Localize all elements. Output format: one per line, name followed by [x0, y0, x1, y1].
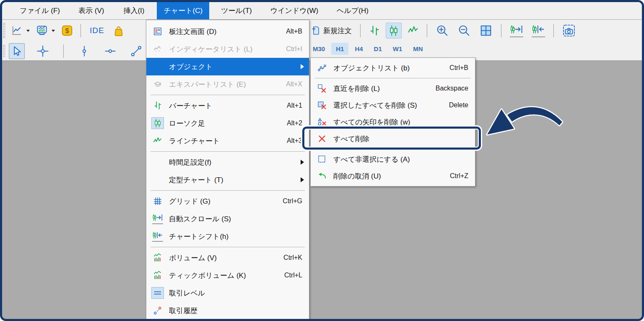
- menubar-item-view[interactable]: 表示 (V): [72, 2, 111, 19]
- menu-item-templates[interactable]: 定型チャート (T): [146, 171, 309, 189]
- menu-item-timeframes[interactable]: 時間足設定(f): [146, 153, 309, 171]
- menubar-item-window[interactable]: ウインドウ(W): [264, 2, 325, 19]
- menu-item-label: ローソク足: [166, 119, 287, 128]
- line-chart-frame-icon: [11, 25, 23, 36]
- new-order-button[interactable]: 新規注文: [308, 24, 354, 37]
- volume-icon: [153, 253, 162, 262]
- toolbar-grip[interactable]: [3, 23, 5, 38]
- menu-item-bar-chart[interactable]: バーチャート Alt+1: [146, 97, 309, 114]
- menubar-item-insert[interactable]: 挿入(I): [116, 2, 152, 19]
- camera-icon: [562, 24, 576, 37]
- bar-chart-button[interactable]: [366, 23, 382, 39]
- crosshair-icon: [36, 45, 49, 57]
- cursor-icon: [11, 45, 23, 57]
- undo-delete-icon: [317, 171, 327, 181]
- fund-transfer-button[interactable]: $: [59, 23, 75, 39]
- objects-submenu: オブジェクトリスト (b) Ctrl+B 直近を削除 (L) Backspace…: [310, 57, 475, 186]
- menu-item-dom[interactable]: 板注文画面 (D) Alt+B: [146, 23, 309, 40]
- screenshot-button[interactable]: [560, 23, 578, 39]
- auto-scroll-button[interactable]: [507, 23, 526, 39]
- menu-item-label: 自動スクロール (S): [166, 214, 302, 224]
- timeframe-mn[interactable]: MN: [408, 43, 427, 55]
- submenu-item-delete-selected[interactable]: 選択したすべてを削除 (S) Delete: [311, 97, 475, 114]
- shopping-bag-icon: [112, 24, 125, 37]
- menu-separator: [151, 95, 305, 95]
- candlestick-icon: [153, 119, 162, 128]
- timeframe-m30[interactable]: M30: [308, 43, 330, 55]
- submenu-item-delete-arrows[interactable]: すべての矢印を削除 (w): [311, 114, 475, 130]
- timeframe-w1[interactable]: W1: [388, 43, 407, 55]
- dom-icon: [153, 27, 162, 36]
- delete-arrows-icon: [317, 117, 327, 127]
- chart-shift-button[interactable]: [529, 23, 548, 39]
- vertical-line-tool-button[interactable]: [76, 43, 92, 59]
- menu-item-expert-list[interactable]: エキスパートリスト (E) Alt+X: [146, 75, 309, 93]
- menu-separator: [151, 190, 305, 191]
- menubar-item-tools[interactable]: ツール(T): [214, 2, 259, 19]
- trade-history-icon: [153, 306, 162, 315]
- zoom-in-button[interactable]: [433, 23, 452, 39]
- tile-windows-button[interactable]: [477, 23, 495, 39]
- submenu-item-shortcut: Ctrl+B: [449, 64, 468, 72]
- horizontal-line-icon: [104, 45, 116, 57]
- cursor-tool-button[interactable]: [9, 43, 25, 59]
- menubar-item-file[interactable]: ファイル (F): [13, 2, 67, 19]
- new-order-icon: [311, 26, 321, 36]
- separator: [360, 24, 361, 37]
- timeframe-d1[interactable]: D1: [369, 43, 387, 55]
- menu-item-shortcut: Alt+X: [286, 80, 302, 88]
- bar-chart-icon: [153, 101, 162, 110]
- menu-item-chart-shift[interactable]: チャートシフト(h): [146, 228, 309, 245]
- menu-item-auto-scroll[interactable]: 自動スクロール (S): [146, 210, 309, 228]
- separator: [501, 24, 501, 37]
- ide-button[interactable]: IDE: [86, 24, 108, 37]
- menubar-item-chart[interactable]: チャート(C): [157, 2, 209, 19]
- tile-windows-icon: [480, 24, 492, 37]
- market-button[interactable]: [111, 23, 127, 39]
- submenu-item-label: 選択したすべてを削除 (S): [330, 101, 449, 110]
- menu-item-shortcut: Ctrl+I: [286, 45, 302, 53]
- submenu-item-delete-all[interactable]: すべて削除: [311, 130, 475, 147]
- chevron-down-icon[interactable]: [26, 29, 30, 32]
- pressed-icon-frame: [151, 117, 164, 129]
- submenu-item-object-list[interactable]: オブジェクトリスト (b) Ctrl+B: [311, 60, 475, 76]
- indicators-button[interactable]: [34, 23, 50, 39]
- submenu-item-label: 直近を削除 (L): [330, 84, 436, 93]
- menu-item-indicator-list[interactable]: インディケータリスト (L) Ctrl+I: [146, 40, 309, 58]
- submenu-item-undo-delete[interactable]: 削除の取消 (U) Ctrl+Z: [311, 168, 475, 184]
- new-order-label: 新規注文: [323, 26, 352, 36]
- trendline-tool-button[interactable]: [128, 43, 144, 59]
- horizontal-line-tool-button[interactable]: [102, 43, 118, 59]
- timeframe-h1[interactable]: H1: [331, 43, 348, 55]
- submenu-arrow-icon: [301, 160, 304, 165]
- menu-item-trade-history[interactable]: 取引履歴: [146, 302, 309, 319]
- menu-item-grid[interactable]: グリッド (G) Ctrl+G: [146, 192, 309, 210]
- chevron-down-icon[interactable]: [51, 29, 55, 32]
- submenu-item-label: オブジェクトリスト (b): [330, 63, 449, 73]
- submenu-item-deselect-all[interactable]: すべて非選択にする (A): [311, 151, 475, 168]
- submenu-arrow-icon: [301, 64, 304, 69]
- timeframe-h4[interactable]: H4: [350, 43, 367, 55]
- grid-icon: [153, 197, 162, 206]
- line-chart-button[interactable]: [405, 23, 421, 39]
- toolbar-standard: $ IDE 新規注文: [2, 20, 642, 41]
- menu-item-trade-levels[interactable]: 取引レベル: [146, 284, 309, 302]
- auto-scroll-icon: [152, 213, 163, 223]
- menu-item-tick-volume[interactable]: ティックボリューム (K) Ctrl+L: [146, 267, 309, 284]
- menu-item-objects[interactable]: オブジェクト: [146, 58, 309, 75]
- chart-profile-button[interactable]: [9, 23, 25, 39]
- toolbar-grip[interactable]: [3, 45, 5, 57]
- candlestick-chart-button[interactable]: [386, 23, 402, 39]
- zoom-out-button[interactable]: [455, 23, 473, 39]
- submenu-item-delete-recent[interactable]: 直近を削除 (L) Backspace: [311, 80, 475, 97]
- menubar-item-help[interactable]: ヘルプ(H): [330, 2, 375, 19]
- menu-item-label: エキスパートリスト (E): [166, 80, 286, 89]
- app-window: ファイル (F) 表示 (V) 挿入(I) チャート(C) ツール(T) ウイン…: [0, 0, 644, 321]
- menu-item-candlestick[interactable]: ローソク足 Alt+2: [146, 114, 309, 132]
- indicator-monitor-icon: [36, 24, 48, 37]
- menu-item-line-chart[interactable]: ラインチャート Alt+3: [146, 132, 309, 150]
- timeframe-bar: M30 H1 H4 D1 W1 MN: [308, 43, 428, 55]
- zoom-out-icon: [458, 24, 470, 37]
- crosshair-tool-button[interactable]: [35, 43, 51, 59]
- menu-item-volume[interactable]: ボリューム (V) Ctrl+K: [146, 249, 309, 267]
